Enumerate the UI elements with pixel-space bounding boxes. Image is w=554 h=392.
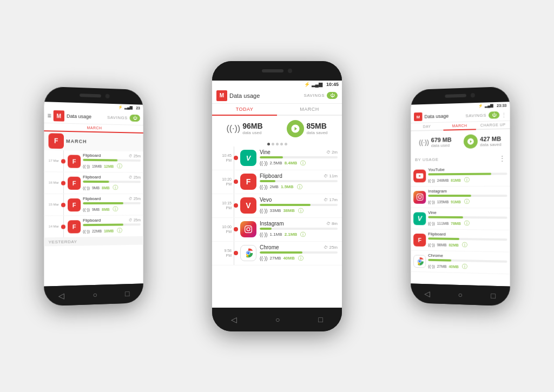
data-saved-label: data saved xyxy=(306,130,327,135)
signal-cell-icon: ((·)) xyxy=(260,256,268,261)
timeline-dot xyxy=(234,251,238,255)
tab-today[interactable]: TODAY xyxy=(212,104,277,116)
app-name: Flipboard xyxy=(83,196,101,201)
tab-march[interactable]: MARCH xyxy=(443,122,476,130)
info-icon: ⓘ xyxy=(464,176,470,183)
app-info: Vine ⏱ 2m ((·)) 2.5MB 8.4MB ⓘ xyxy=(260,149,338,167)
list-item: YouTube ((·)) 248MB 81MB ⓘ xyxy=(411,164,510,187)
list-item: 10:00PM Instagram ⏱ 8m (( xyxy=(212,218,342,242)
more-options-icon[interactable]: ⋮ xyxy=(501,111,506,117)
tab-chargeup[interactable]: CHARGE UP xyxy=(476,121,510,129)
chrome-icon xyxy=(240,245,256,261)
by-usage-header: BY USAGE ⋮ xyxy=(411,152,510,165)
entry-time: 10:20PM xyxy=(216,177,232,187)
by-usage-menu-icon[interactable]: ⋮ xyxy=(499,154,505,162)
flipboard-icon: F xyxy=(68,176,81,189)
data-saved: 1.5MB xyxy=(281,184,294,189)
app-name: Flipboard xyxy=(83,152,101,157)
center-app-header: M Data usage SAVINGS ⏻ xyxy=(212,88,342,104)
app-info: Chrome ((·)) 27MB 40MB ⓘ xyxy=(428,253,507,271)
tab-march[interactable]: MARCH xyxy=(277,104,342,115)
right-nav-bar: ◁ ○ □ xyxy=(411,283,510,306)
data-used: 135MB xyxy=(437,200,449,203)
timeline-dot xyxy=(234,180,238,184)
signal-icon2: ((·)) xyxy=(83,163,90,168)
right-camera xyxy=(470,93,474,97)
back-button[interactable]: ◁ xyxy=(58,291,64,300)
data-saved-stat: 85MB data saved xyxy=(287,120,327,137)
left-app-header: ≡ M Data usage SAVINGS ⏻ xyxy=(44,108,143,125)
bluetooth-icon: ⚡ xyxy=(118,105,123,109)
info-icon: ⓘ xyxy=(297,183,302,191)
data-saved: 78MB xyxy=(451,221,460,225)
app-name: Instagram xyxy=(260,221,283,227)
center-tab-bar: TODAY MARCH xyxy=(212,104,342,116)
app-duration: ⏱ 25m xyxy=(129,218,141,222)
recents-button[interactable]: □ xyxy=(125,289,129,298)
flipboard-icon: F xyxy=(240,174,256,190)
data-saved-label: data saved xyxy=(480,142,502,147)
app-info: Instagram ⏱ 8m ((·)) 1.1MB 2.1MB ⓘ xyxy=(260,221,338,238)
data-used-stat: ((·)) 96MB data used xyxy=(226,122,262,135)
data-used: 111MB xyxy=(437,221,449,225)
hamburger-icon: ≡ xyxy=(48,111,51,119)
antenna-icon: ((·)) xyxy=(419,138,429,146)
signal-cell-icon: ((·)) xyxy=(428,263,435,268)
app-name: Instagram xyxy=(428,189,447,194)
left-section-march: MARCH xyxy=(66,138,87,144)
right-status-time: 23:33 xyxy=(497,103,506,107)
bluetooth-icon: ⚡ xyxy=(478,103,483,108)
antenna-icon: ((·)) xyxy=(226,124,240,134)
list-item: 17 Mar F Flipboard ⏱ 25m ((·)) 19MB xyxy=(44,150,143,172)
data-saved: 81MB xyxy=(451,178,460,182)
app-duration: ⏱ 8m xyxy=(326,221,338,226)
timeline-dot xyxy=(61,158,65,163)
data-used: 98MB xyxy=(437,242,447,246)
by-usage-title: BY USAGE xyxy=(415,157,438,162)
recents-button[interactable]: □ xyxy=(491,291,496,300)
back-button[interactable]: ◁ xyxy=(425,289,431,298)
tab-day[interactable]: DAY xyxy=(411,122,443,130)
vine-icon: V xyxy=(240,150,256,166)
left-nav-bar: ◁ ○ □ xyxy=(44,283,143,306)
chrome-icon xyxy=(413,254,426,267)
list-item: Instagram ((·)) 135MB 91MB ⓘ xyxy=(411,186,510,208)
info-icon: ⓘ xyxy=(462,241,467,249)
home-button[interactable]: ○ xyxy=(93,290,97,298)
info-icon: ⓘ xyxy=(117,227,122,234)
vevo-icon: V xyxy=(240,197,256,214)
recents-button[interactable]: □ xyxy=(318,315,322,324)
data-used: 9MB xyxy=(92,207,100,211)
list-item: Chrome ((·)) 27MB 40MB ⓘ xyxy=(411,250,510,274)
list-item: 14 Mar F Flipboard ⏱ 25m ((·)) 22MB xyxy=(44,215,143,238)
signal-cell-icon: ((·)) xyxy=(260,161,268,166)
left-toggle[interactable]: ⏻ xyxy=(130,114,140,121)
info-icon: ⓘ xyxy=(113,205,118,212)
bluetooth-icon: ⚡ xyxy=(304,82,310,87)
right-app-list: YouTube ((·)) 248MB 81MB ⓘ xyxy=(411,164,510,287)
data-used: 2.5MB xyxy=(270,161,282,165)
app-name: Flipboard xyxy=(260,173,282,179)
data-saved-amount: 85MB xyxy=(306,122,327,130)
right-toggle[interactable]: ⏻ xyxy=(489,111,499,118)
flipboard-icon: F xyxy=(413,233,426,246)
home-button[interactable]: ○ xyxy=(275,315,280,324)
home-button[interactable]: ○ xyxy=(458,290,463,298)
signal-icon: ▂▄▆ xyxy=(312,82,322,87)
app-info: Flipboard ⏱ 25m ((·)) 9MB 8MB ⓘ xyxy=(83,174,141,191)
info-icon: ⓘ xyxy=(117,162,122,170)
right-data-summary: ((·)) 679 MB data used 427 MB data saved xyxy=(411,129,510,154)
center-toggle[interactable]: ⏻ xyxy=(327,92,338,99)
instagram-icon xyxy=(240,221,256,237)
back-button[interactable]: ◁ xyxy=(231,315,237,324)
entry-time: 10:15PM xyxy=(216,201,232,210)
app-info: Vevo ⏱ 17m ((·)) 33MB 38MB ⓘ xyxy=(260,197,338,215)
app-info: Vine ((·)) 111MB 78MB ⓘ xyxy=(428,210,507,227)
app-info: Flipboard ⏱ 25m ((·)) 19MB 12MB ⓘ xyxy=(83,152,141,170)
signal-cell-icon: ((·)) xyxy=(428,177,435,182)
app-name: Chrome xyxy=(428,253,443,257)
info-icon: ⓘ xyxy=(300,160,306,167)
dot-2 xyxy=(272,143,274,145)
data-used: 22MB xyxy=(92,229,102,232)
center-data-summary: ((·)) 96MB data used 85MB data saved xyxy=(212,116,342,142)
